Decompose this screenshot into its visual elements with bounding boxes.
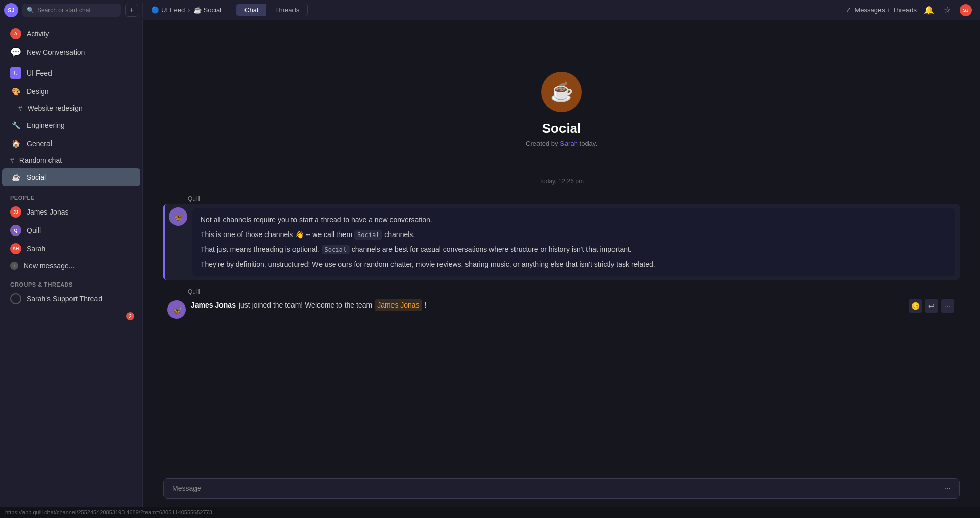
- channel-created-by: Created by Sarah today.: [526, 139, 597, 147]
- sidebar-item-random-chat[interactable]: # Random chat: [2, 153, 140, 168]
- channel-header: ☕ Social Created by Sarah today.: [163, 31, 960, 168]
- channel-title: Social: [542, 121, 581, 136]
- engineering-icon: 🔧: [10, 120, 21, 131]
- sidebar-item-sarah[interactable]: SH Sarah: [2, 240, 140, 258]
- msg-text-1a: Not all channels require you to start a …: [201, 215, 947, 225]
- sidebar: A Activity 💬 New Conversation U UI Feed …: [0, 20, 143, 507]
- james-label: James Jonas: [27, 208, 68, 216]
- quill-msg-avatar-2: 🦋: [167, 300, 186, 319]
- social-code-1: Social: [354, 230, 382, 240]
- search-icon: 🔍: [27, 7, 34, 14]
- quill-msg-avatar: 🦋: [169, 207, 187, 226]
- sidebar-item-social[interactable]: ☕ Social: [2, 168, 140, 186]
- design-icon: 🎨: [10, 86, 21, 97]
- hash-icon-website: #: [18, 104, 22, 112]
- msg-text-1b: This is one of those channels 👋 -- we ca…: [201, 229, 947, 240]
- tab-chat[interactable]: Chat: [236, 4, 266, 16]
- join-suffix: !: [425, 300, 427, 311]
- sidebar-item-website-redesign[interactable]: # Website redesign: [2, 101, 140, 116]
- sidebar-item-quill[interactable]: Q Quill: [2, 221, 140, 240]
- star-icon[interactable]: ☆: [941, 4, 953, 16]
- message-input-box[interactable]: Message ···: [163, 478, 960, 499]
- random-chat-label: Random chat: [19, 156, 62, 164]
- creator-link[interactable]: Sarah: [560, 139, 578, 147]
- msg-text-1c: That just means threading is optional. S…: [201, 244, 947, 255]
- message-content-1: Not all channels require you to start a …: [192, 206, 955, 278]
- more-input-options-icon[interactable]: ···: [944, 484, 951, 493]
- message-row-2[interactable]: 🦋 James Jonas just joined the team! Welc…: [163, 297, 960, 321]
- sidebar-item-workspace[interactable]: U UI Feed: [2, 61, 140, 82]
- general-icon: 🏠: [10, 138, 21, 149]
- message-block: Not all channels require you to start a …: [192, 208, 955, 276]
- sarah-thread-label: Sarah's Support Thread: [27, 295, 102, 303]
- new-message-label: New message...: [23, 262, 75, 270]
- messages-threads-text: Messages + Threads: [854, 6, 917, 14]
- activity-label: Activity: [27, 30, 49, 38]
- channel-icon: ☕: [541, 72, 582, 112]
- quill-avatar: Q: [10, 225, 21, 236]
- groups-threads-label: Groups & Threads: [10, 281, 73, 288]
- message-input-placeholder: Message: [172, 484, 939, 492]
- thread-circle-icon: [10, 293, 21, 304]
- notification-badge[interactable]: 2: [126, 312, 134, 320]
- emoji-react-button[interactable]: 😊: [909, 299, 922, 313]
- tab-group: Chat Threads: [236, 4, 308, 16]
- message-timestamp: Today, 12:26 pm: [163, 178, 960, 185]
- topbar-left: SJ 🔍 Search or start chat +: [0, 3, 143, 17]
- user-avatar-topright[interactable]: SJ: [960, 4, 972, 16]
- chat-messages: ☕ Social Created by Sarah today. Today, …: [143, 20, 980, 478]
- people-section-header: People: [2, 186, 140, 203]
- channel-name-breadcrumb: Social: [204, 6, 222, 14]
- status-url: https://app.quill.chat/channel/255245420…: [5, 509, 212, 515]
- sidebar-item-general[interactable]: 🏠 General: [2, 134, 140, 153]
- search-bar[interactable]: 🔍 Search or start chat: [22, 4, 121, 17]
- user-avatar[interactable]: SJ: [4, 3, 18, 17]
- breadcrumb-workspace[interactable]: 🔵 UI Feed: [151, 6, 185, 14]
- breadcrumb-separator: ›: [188, 6, 190, 14]
- join-message: James Jonas just joined the team! Welcom…: [191, 299, 955, 311]
- search-placeholder: Search or start chat: [37, 7, 91, 14]
- add-button[interactable]: +: [125, 4, 138, 17]
- breadcrumb-channel[interactable]: ☕ Social: [193, 6, 222, 14]
- join-sender: James Jonas: [191, 300, 236, 311]
- join-text: just joined the team! Welcome to the tea…: [239, 300, 372, 311]
- message-row-1[interactable]: 🦋 Not all channels require you to start …: [163, 204, 960, 280]
- more-actions-button[interactable]: ···: [941, 299, 954, 313]
- chat-area: ☕ Social Created by Sarah today. Today, …: [143, 20, 980, 507]
- message-content-2: James Jonas just joined the team! Welcom…: [191, 299, 955, 311]
- sidebar-item-engineering[interactable]: 🔧 Engineering: [2, 116, 140, 134]
- new-conversation-icon: 💬: [10, 46, 21, 58]
- sidebar-item-design[interactable]: 🎨 Design: [2, 82, 140, 101]
- tab-threads[interactable]: Threads: [266, 4, 307, 16]
- breadcrumb: 🔵 UI Feed › ☕ Social: [151, 6, 222, 14]
- topbar: SJ 🔍 Search or start chat + 🔵 UI Feed › …: [0, 0, 980, 20]
- workspace-label: UI Feed: [161, 6, 185, 14]
- message-author-1: Quill: [163, 195, 960, 202]
- new-message-plus-icon: +: [10, 262, 18, 270]
- chat-input-area: Message ···: [143, 478, 980, 507]
- workspace-icon: U: [10, 67, 21, 79]
- sidebar-item-james[interactable]: JJ James Jonas: [2, 203, 140, 221]
- status-bar: https://app.quill.chat/channel/255245420…: [0, 507, 980, 518]
- james-avatar: JJ: [10, 206, 21, 218]
- messages-threads-label[interactable]: ✓ Messages + Threads: [846, 6, 917, 14]
- topbar-icons: 🔔 ☆ SJ: [923, 4, 972, 16]
- notification-area: 2: [0, 308, 142, 324]
- sidebar-item-sarah-thread[interactable]: Sarah's Support Thread: [2, 290, 140, 308]
- sarah-avatar: SH: [10, 243, 21, 254]
- sidebar-item-new-conversation[interactable]: 💬 New Conversation: [2, 43, 140, 61]
- message-actions: 😊 ↩ ···: [909, 299, 954, 313]
- main-layout: A Activity 💬 New Conversation U UI Feed …: [0, 20, 980, 507]
- created-when: today.: [580, 139, 597, 147]
- groups-threads-header: Groups & Threads: [2, 273, 140, 290]
- sidebar-item-activity[interactable]: A Activity: [2, 25, 140, 43]
- created-prefix: Created by: [526, 139, 558, 147]
- message-group-1: Quill 🦋 Not all channels require you to …: [163, 195, 960, 280]
- sidebar-item-new-message[interactable]: + New message...: [2, 258, 140, 273]
- website-redesign-label: Website redesign: [28, 104, 83, 112]
- hash-icon-random: #: [10, 156, 14, 164]
- msg-text-1d: They're by definition, unstructured! We …: [201, 259, 947, 270]
- reply-button[interactable]: ↩: [925, 299, 938, 313]
- bell-icon[interactable]: 🔔: [923, 4, 935, 16]
- social-icon: ☕: [10, 172, 21, 183]
